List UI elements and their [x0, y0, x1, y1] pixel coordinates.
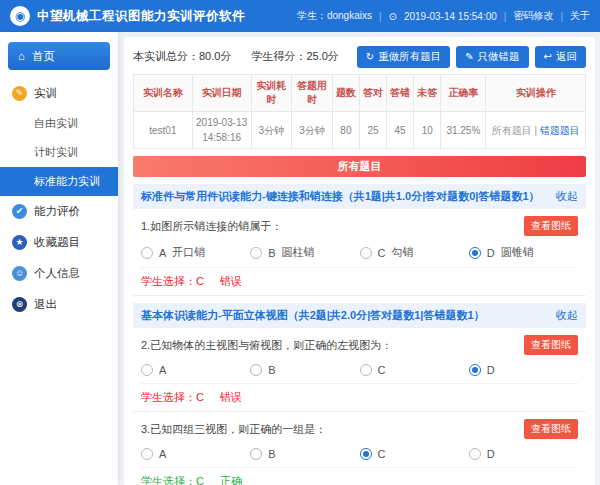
- option-c[interactable]: C 勾销: [360, 245, 469, 260]
- option-letter: D: [487, 448, 495, 460]
- clock-icon: ⊙: [389, 11, 397, 22]
- sidebar-item-standard-training[interactable]: 标准能力实训: [0, 167, 118, 196]
- current-datetime: 2019-03-14 15:54:00: [404, 11, 497, 22]
- student-choice: 学生选择：C: [141, 274, 204, 289]
- cell-question-count: 80: [332, 112, 359, 149]
- radio-icon[interactable]: [250, 364, 262, 376]
- radio-icon[interactable]: [360, 448, 372, 460]
- student-choice: 学生选择：C: [141, 390, 204, 405]
- question-block: 2.已知物体的主视图与俯视图，则正确的左视图为： 查看图纸 A B C: [133, 328, 586, 412]
- time: 14:58:16: [195, 130, 249, 145]
- option-label: 圆锥销: [501, 245, 534, 260]
- option-b[interactable]: B: [250, 364, 359, 376]
- collapse-link[interactable]: 收起: [556, 189, 578, 204]
- radio-icon[interactable]: [141, 364, 153, 376]
- home-icon: ⌂: [18, 50, 25, 62]
- sidebar-item-free-training[interactable]: 自由实训: [0, 109, 118, 138]
- redo-wrong-button[interactable]: ✎ 只做错题: [456, 46, 528, 68]
- radio-icon[interactable]: [360, 364, 372, 376]
- sidebar-item-training[interactable]: ✎ 实训: [0, 78, 118, 109]
- option-a[interactable]: A: [141, 448, 250, 460]
- cell-correct-rate: 31.25%: [441, 112, 486, 149]
- option-b[interactable]: B: [250, 448, 359, 460]
- option-letter: A: [159, 247, 166, 259]
- view-drawing-button[interactable]: 查看图纸: [524, 335, 578, 355]
- sidebar-item-home[interactable]: ⌂ 首页: [8, 42, 110, 70]
- col-header: 答题用时: [292, 75, 333, 112]
- options-row: A B C D: [141, 359, 578, 383]
- question-text: 2.已知物体的主视图与俯视图，则正确的左视图为：: [141, 338, 392, 353]
- option-letter: D: [487, 247, 495, 259]
- radio-icon[interactable]: [141, 247, 153, 259]
- option-a[interactable]: A 开口销: [141, 245, 250, 260]
- sidebar-item-evaluation[interactable]: ✔ 能力评价: [0, 196, 118, 227]
- option-d[interactable]: D: [469, 448, 578, 460]
- radio-icon[interactable]: [141, 448, 153, 460]
- score-summary-bar: 本实训总分：80.0分 学生得分：25.0分 ↻ 重做所有题目 ✎ 只做错题 ↩…: [133, 43, 586, 70]
- sidebar-item-logout[interactable]: ⊗ 退出: [0, 289, 118, 320]
- radio-icon[interactable]: [360, 247, 372, 259]
- question-group-header: 标准件与常用件识读能力-键连接和销连接（共1题|共1.0分|答对题数0|答错题数…: [133, 184, 586, 209]
- option-label: 开口销: [172, 245, 205, 260]
- sidebar-item-label: 能力评价: [34, 204, 80, 219]
- col-header: 正确率: [441, 75, 486, 112]
- view-drawing-button[interactable]: 查看图纸: [524, 216, 578, 236]
- option-a[interactable]: A: [141, 364, 250, 376]
- user-icon: ☺: [12, 266, 27, 281]
- radio-icon[interactable]: [250, 448, 262, 460]
- topbar: ◉ 中望机械工程识图能力实训评价软件 学生：dongkaixs | ⊙ 2019…: [0, 0, 600, 32]
- radio-icon[interactable]: [250, 247, 262, 259]
- logout-icon: ⊗: [12, 297, 27, 312]
- evaluation-icon: ✔: [12, 204, 27, 219]
- col-header: 实训日期: [192, 75, 251, 112]
- option-d[interactable]: D: [469, 364, 578, 376]
- col-header: 答错: [387, 75, 414, 112]
- all-questions-link[interactable]: 所有题目: [492, 125, 532, 136]
- table-header-row: 实训名称 实训日期 实训耗时 答题用时 题数 答对 答错 未答 正确率 实训操作: [134, 75, 586, 112]
- star-icon: ★: [12, 235, 27, 250]
- radio-icon[interactable]: [469, 247, 481, 259]
- training-icon: ✎: [12, 86, 27, 101]
- answer-result: 错误: [220, 390, 242, 405]
- question-text: 3.已知四组三视图，则正确的一组是：: [141, 422, 326, 437]
- cell-answer-time: 3分钟: [292, 112, 333, 149]
- topbar-left: ◉ 中望机械工程识图能力实训评价软件: [10, 6, 245, 26]
- option-d[interactable]: D 圆锥销: [469, 245, 578, 260]
- student-score: 学生得分：25.0分: [251, 49, 338, 64]
- option-b[interactable]: B 圆柱销: [250, 245, 359, 260]
- sidebar-item-favorites[interactable]: ★ 收藏题目: [0, 227, 118, 258]
- password-change-link[interactable]: 密码修改: [513, 9, 553, 23]
- option-letter: D: [487, 364, 495, 376]
- button-label: 返回: [556, 50, 577, 64]
- radio-icon[interactable]: [469, 364, 481, 376]
- answer-result: 错误: [220, 274, 242, 289]
- option-letter: A: [159, 448, 166, 460]
- options-row: A B C D: [141, 443, 578, 467]
- back-button[interactable]: ↩ 返回: [535, 46, 586, 68]
- option-letter: C: [378, 247, 386, 259]
- collapse-link[interactable]: 收起: [556, 308, 578, 323]
- radio-icon[interactable]: [469, 448, 481, 460]
- col-header: 实训名称: [134, 75, 193, 112]
- total-score: 本实训总分：80.0分: [133, 49, 231, 64]
- cell-right-count: 25: [359, 112, 386, 149]
- col-header: 题数: [332, 75, 359, 112]
- option-label: 勾销: [391, 245, 413, 260]
- sidebar-item-label: 收藏题目: [34, 235, 80, 250]
- col-header: 实训操作: [486, 75, 586, 112]
- option-c[interactable]: C: [360, 448, 469, 460]
- view-drawing-button[interactable]: 查看图纸: [524, 419, 578, 439]
- wrong-questions-link[interactable]: 错题题目: [540, 125, 580, 136]
- option-c[interactable]: C: [360, 364, 469, 376]
- student-answer-line: 学生选择：C 错误: [141, 267, 578, 295]
- sidebar-item-timed-training[interactable]: 计时实训: [0, 138, 118, 167]
- sidebar-item-profile[interactable]: ☺ 个人信息: [0, 258, 118, 289]
- col-header: 答对: [359, 75, 386, 112]
- button-label: 重做所有题目: [378, 50, 441, 64]
- question-text: 1.如图所示销连接的销属于：: [141, 219, 282, 234]
- redo-all-button[interactable]: ↻ 重做所有题目: [357, 46, 450, 68]
- col-header: 未答: [414, 75, 441, 112]
- student-name: 学生：dongkaixs: [297, 9, 372, 23]
- about-link[interactable]: 关于: [570, 9, 590, 23]
- question-group-header: 基本体识读能力-平面立体视图（共2题|共2.0分|答对题数1|答错题数1） 收起: [133, 303, 586, 328]
